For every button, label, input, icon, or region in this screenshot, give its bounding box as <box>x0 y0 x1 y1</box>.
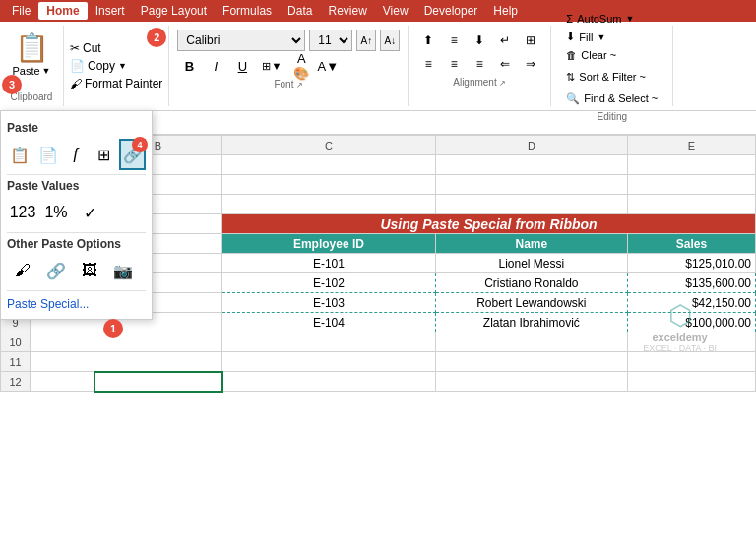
cell-a12[interactable] <box>31 372 94 392</box>
cell-name-8[interactable]: Robert Lewandowski <box>435 293 627 313</box>
badge-2: 2 <box>147 28 166 47</box>
cell-c10[interactable] <box>222 332 436 352</box>
italic-button[interactable]: I <box>204 55 227 77</box>
paste-section-divider-1 <box>7 174 146 175</box>
paste-button[interactable]: 📋 Paste ▼ <box>12 30 50 77</box>
menu-home[interactable]: Home <box>38 2 87 20</box>
align-right[interactable]: ≡ <box>468 53 491 75</box>
cell-sales-6[interactable]: $125,010.00 <box>627 254 755 273</box>
find-select-button[interactable]: 🔍 Find & Select ~ <box>559 88 664 109</box>
ribbon: 📋 Paste ▼ Clipboard 3 ✂ Cut 📄 Copy ▼ <box>0 22 756 111</box>
cell-d1[interactable] <box>435 155 627 175</box>
wrap-text[interactable]: ↵ <box>493 30 517 51</box>
cell-d12[interactable] <box>435 372 627 392</box>
col-header-c[interactable]: C <box>222 136 436 155</box>
cell-empid-7[interactable]: E-102 <box>222 273 436 293</box>
menu-insert[interactable]: Insert <box>88 2 133 20</box>
cell-d10[interactable] <box>435 332 627 352</box>
cell-c11[interactable] <box>222 352 436 372</box>
border-button[interactable]: ⊞▼ <box>257 55 286 77</box>
indent-decrease[interactable]: ⇐ <box>493 53 517 75</box>
cell-empid-8[interactable]: E-103 <box>222 293 436 313</box>
paste-option-5-selected[interactable]: 🔗 4 <box>119 139 146 170</box>
fill-button[interactable]: ⬇ Fill ▼ <box>559 28 664 46</box>
align-top[interactable]: ⬆ <box>416 30 440 51</box>
cell-a10[interactable] <box>31 332 94 352</box>
menu-file[interactable]: File <box>4 2 38 20</box>
indent-increase[interactable]: ⇒ <box>519 53 542 75</box>
cell-b12-selected[interactable] <box>94 372 222 392</box>
underline-button[interactable]: U <box>230 55 254 77</box>
cell-c1[interactable] <box>222 155 436 175</box>
menu-view[interactable]: View <box>375 2 416 20</box>
cell-e2[interactable] <box>627 175 755 195</box>
copy-button[interactable]: 📄 Copy ▼ <box>70 57 162 75</box>
paste-option-2[interactable]: 📄 <box>35 139 62 170</box>
cell-name-9[interactable]: Zlatan Ibrahimović <box>435 313 627 332</box>
menu-data[interactable]: Data <box>280 2 320 20</box>
cell-header-name[interactable]: Name <box>435 234 627 254</box>
cell-d3[interactable] <box>435 195 627 214</box>
cell-d2[interactable] <box>435 175 627 195</box>
cell-title[interactable]: Using Paste Special from Ribbon <box>222 214 756 234</box>
cell-c12[interactable] <box>222 372 436 392</box>
find-icon: 🔍 <box>566 92 580 105</box>
font-size-decrease[interactable]: A↓ <box>380 30 400 51</box>
other-paste-3[interactable]: 🖼 <box>74 255 105 286</box>
menu-page-layout[interactable]: Page Layout <box>133 2 215 20</box>
col-header-e[interactable]: E <box>627 136 755 155</box>
cell-c2[interactable] <box>222 175 436 195</box>
paste-option-4[interactable]: ⊞ <box>92 139 118 170</box>
font-family-select[interactable]: Calibri <box>177 30 305 51</box>
row-num-11: 11 <box>1 352 31 372</box>
cell-e11[interactable] <box>627 352 755 372</box>
cell-empid-6[interactable]: E-101 <box>222 254 436 273</box>
font-size-increase[interactable]: A↑ <box>356 30 376 51</box>
other-paste-1[interactable]: 🖌 <box>7 255 38 286</box>
cell-empid-9[interactable]: E-104 <box>222 313 436 332</box>
font-color-button[interactable]: A▼ <box>316 55 340 77</box>
menu-formulas[interactable]: Formulas <box>215 2 280 20</box>
fill-color-button[interactable]: A🎨 <box>289 55 313 77</box>
cell-e1[interactable] <box>627 155 755 175</box>
copy-label: Copy <box>88 59 115 73</box>
paste-values-title: Paste Values <box>7 179 146 193</box>
cell-c3[interactable] <box>222 195 436 214</box>
other-paste-4[interactable]: 📷 <box>107 255 139 286</box>
autosum-button[interactable]: Σ AutoSum ▼ <box>559 10 664 28</box>
clear-icon: 🗑 <box>566 49 577 61</box>
watermark-sub-text: EXCEL · DATA · BI <box>643 343 717 353</box>
cell-name-6[interactable]: Lionel Messi <box>435 254 627 273</box>
cell-sales-7[interactable]: $135,600.00 <box>627 273 755 293</box>
cell-d11[interactable] <box>435 352 627 372</box>
cell-name-7[interactable]: Cristiano Ronaldo <box>435 273 627 293</box>
clear-button[interactable]: 🗑 Clear ~ <box>559 46 664 64</box>
menu-help[interactable]: Help <box>485 2 526 20</box>
paste-dropdown-arrow: ▼ <box>42 66 51 76</box>
align-left[interactable]: ≡ <box>416 53 440 75</box>
menu-review[interactable]: Review <box>320 2 374 20</box>
paste-values-1[interactable]: 123 <box>7 197 38 228</box>
format-painter-button[interactable]: 🖌 Format Painter <box>70 75 162 92</box>
cell-header-sales[interactable]: Sales <box>627 234 755 254</box>
cell-e3[interactable] <box>627 195 755 214</box>
menu-developer[interactable]: Developer <box>416 2 486 20</box>
font-size-select[interactable]: 11 <box>309 30 352 51</box>
sort-filter-button[interactable]: ⇅ Sort & Filter ~ <box>559 66 664 88</box>
cell-header-empid[interactable]: Employee ID <box>222 234 436 254</box>
cell-b11[interactable] <box>94 352 222 372</box>
bold-button[interactable]: B <box>177 55 201 77</box>
other-paste-2[interactable]: 🔗 <box>40 255 72 286</box>
paste-values-3[interactable]: ✓ <box>74 197 105 228</box>
cell-a11[interactable] <box>31 352 94 372</box>
align-bottom[interactable]: ⬇ <box>468 30 491 51</box>
paste-option-1[interactable]: 📋 <box>7 139 33 170</box>
paste-special-link[interactable]: Paste Special... <box>7 295 146 313</box>
cell-e12[interactable] <box>627 372 755 392</box>
merge-center[interactable]: ⊞ <box>519 30 542 51</box>
align-center[interactable]: ≡ <box>442 53 466 75</box>
paste-option-3[interactable]: ƒ <box>63 139 90 170</box>
paste-values-2[interactable]: 1% <box>40 197 72 228</box>
col-header-d[interactable]: D <box>435 136 627 155</box>
align-middle[interactable]: ≡ <box>442 30 466 51</box>
